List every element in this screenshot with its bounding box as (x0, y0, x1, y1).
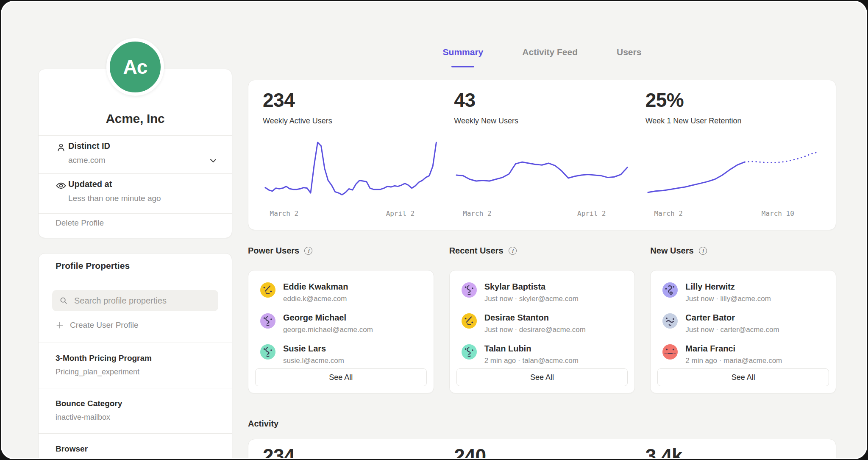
tab-users[interactable]: Users (617, 47, 641, 67)
chevron-down-icon[interactable] (208, 156, 218, 166)
user-name: George Michael (283, 313, 373, 322)
user-row[interactable]: Desirae StantonJust now · desirare@acme.… (450, 313, 635, 334)
see-all-button[interactable]: See All (255, 368, 427, 386)
user-list-recent-users: Recent UsersiSkylar BaptistaJust now · s… (449, 245, 635, 393)
property-label: Browser (56, 444, 215, 454)
create-user-profile-label: Create User Profile (70, 321, 139, 330)
user-name: Maria Franci (685, 344, 782, 353)
user-row[interactable]: Eddie Kwakmaneddie.k@acme.com (248, 282, 434, 303)
stat-column-3: 25%Week 1 New User RetentionMarch 2March… (645, 90, 821, 230)
user-row[interactable]: George Michaelgeorge.michael@acme.com (248, 313, 434, 334)
tab-summary[interactable]: Summary (443, 47, 484, 67)
distinct-id-row: Distinct ID acme.com (56, 141, 218, 165)
x-tick-label: April 2 (577, 209, 606, 217)
user-avatar (462, 282, 477, 298)
avatar-initials: Ac (123, 56, 147, 78)
stat-column-2: 43Weekly New UsersMarch 2April 2 (454, 90, 630, 230)
info-icon[interactable]: i (509, 247, 517, 255)
tab-activity-feed[interactable]: Activity Feed (522, 47, 578, 67)
person-icon (56, 142, 67, 153)
see-all-button[interactable]: See All (456, 368, 628, 386)
user-name: Desirae Stanton (484, 313, 586, 322)
info-icon[interactable]: i (304, 247, 312, 255)
company-avatar: Ac (106, 38, 164, 96)
user-list-card: Eddie Kwakmaneddie.k@acme.comGeorge Mich… (248, 270, 434, 393)
activity-stat-column: 240 (454, 446, 630, 459)
updated-at-label: Updated at (68, 179, 218, 189)
divider (39, 213, 232, 214)
activity-card: 2342403.4k (248, 439, 836, 459)
property-value: Pricing_plan_experiment (56, 368, 215, 376)
x-axis-ticks: March 2April 2 (263, 209, 439, 220)
activity-stat-column: 3.4k (645, 446, 821, 459)
app-frame: Ac Acme, Inc Distinct ID acme.com (1, 1, 867, 459)
activity-heading: Activity (248, 419, 278, 429)
user-name: Lilly Herwitz (685, 282, 771, 291)
profile-properties-search (52, 290, 218, 311)
user-row[interactable]: Maria Franci2 min ago · maria@acme.com (651, 344, 836, 365)
plus-icon (56, 321, 64, 329)
doodle-face-icon (260, 344, 275, 360)
user-subtitle: susie.l@acme.com (283, 357, 344, 365)
user-row[interactable]: Lilly HerwitzJust now · lilly@acme.com (651, 282, 836, 303)
user-text: Carter BatorJust now · carter@acme.com (685, 313, 779, 334)
user-list-new-users: New UsersiLilly HerwitzJust now · lilly@… (650, 245, 836, 393)
see-all-button[interactable]: See All (657, 368, 829, 386)
doodle-face-icon (462, 313, 477, 329)
stat-label: Weekly Active Users (263, 117, 439, 125)
divider (39, 135, 232, 136)
list-heading: Recent Usersi (449, 245, 635, 256)
user-text: Skylar BaptistaJust now · skyler@acme.co… (484, 282, 579, 303)
user-subtitle: eddie.k@acme.com (283, 295, 348, 303)
user-avatar (260, 282, 275, 298)
property-value: inactive-mailbox (56, 413, 215, 422)
user-subtitle: Just now · lilly@acme.com (685, 295, 771, 303)
stat-label: Weekly New Users (454, 117, 630, 125)
user-name: Talan Lubin (484, 344, 579, 353)
user-subtitle: 2 min ago · maria@acme.com (685, 357, 782, 365)
user-text: Desirae StantonJust now · desirare@acme.… (484, 313, 586, 334)
search-input[interactable] (73, 296, 211, 306)
company-name: Acme, Inc (39, 112, 232, 126)
divider (39, 280, 232, 280)
x-tick-label: March 10 (762, 209, 794, 217)
activity-stat-value: 240 (454, 446, 630, 459)
user-row[interactable]: Talan Lubin2 min ago · talan@acme.com (450, 344, 635, 365)
doodle-face-icon (462, 344, 477, 360)
activity-stat-value: 3.4k (645, 446, 821, 459)
tab-bar: SummaryActivity FeedUsers (248, 47, 836, 67)
user-list-card: Skylar BaptistaJust now · skyler@acme.co… (449, 270, 635, 393)
user-row[interactable]: Carter BatorJust now · carter@acme.com (651, 313, 836, 334)
x-tick-label: March 2 (270, 209, 298, 217)
user-subtitle: Just now · carter@acme.com (685, 326, 779, 334)
list-title: Recent Users (449, 246, 504, 256)
doodle-face-icon (662, 344, 678, 360)
user-subtitle: Just now · skyler@acme.com (484, 295, 579, 303)
user-name: Carter Bator (685, 313, 779, 322)
user-text: Eddie Kwakmaneddie.k@acme.com (283, 282, 348, 303)
line-chart (454, 138, 630, 205)
doodle-face-icon (662, 313, 678, 329)
list-heading: New Usersi (650, 245, 836, 256)
user-avatar (462, 344, 477, 360)
user-text: George Michaelgeorge.michael@acme.com (283, 313, 373, 334)
x-axis-ticks: March 2March 10 (645, 209, 821, 220)
create-user-profile-button[interactable]: Create User Profile (56, 321, 139, 330)
doodle-face-icon (260, 313, 275, 329)
user-avatar (662, 282, 678, 298)
user-subtitle: 2 min ago · talan@acme.com (484, 357, 579, 365)
user-row[interactable]: Susie Larssusie.l@acme.com (248, 344, 434, 365)
list-heading: Power Usersi (248, 245, 434, 256)
user-lists: Power UsersiEddie Kwakmaneddie.k@acme.co… (248, 245, 836, 393)
info-icon[interactable]: i (699, 247, 707, 255)
user-row[interactable]: Skylar BaptistaJust now · skyler@acme.co… (450, 282, 635, 303)
updated-at-value: Less than one minute ago (68, 194, 218, 203)
user-name: Skylar Baptista (484, 282, 579, 291)
delete-profile-button[interactable]: Delete Profile (56, 218, 104, 228)
activity-stat-column: 234 (263, 446, 439, 459)
doodle-face-icon (260, 282, 275, 298)
user-avatar (462, 313, 477, 329)
updated-at-row: Updated at Less than one minute ago (56, 179, 218, 203)
eye-icon (56, 180, 67, 191)
divider (39, 173, 232, 174)
